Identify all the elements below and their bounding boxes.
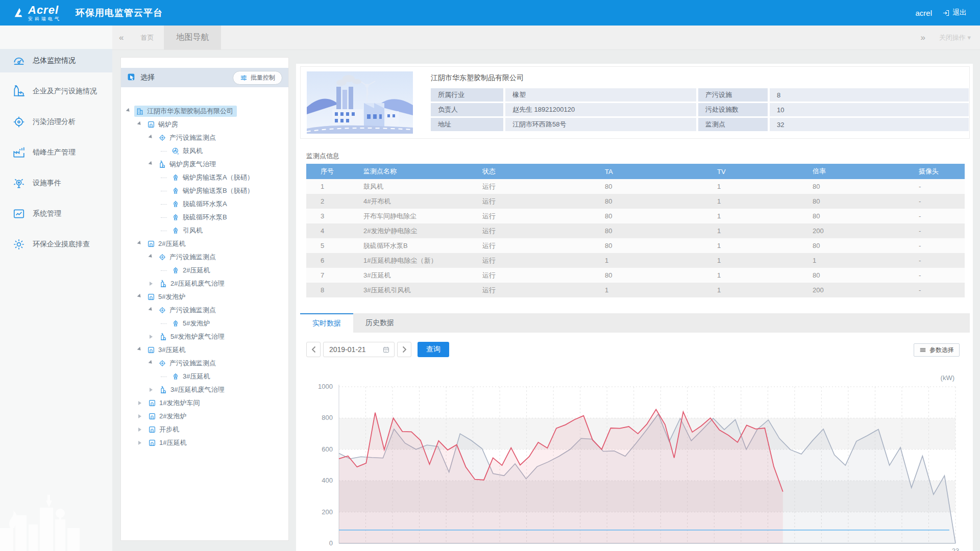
monitor-table-row[interactable]: 24#开布机运行80180- <box>306 194 965 209</box>
main-content: 江阴市华东塑胶制品有限公司 所属行业橡塑产污设施8负责人赵先生 18921200… <box>296 64 973 551</box>
sidebar-item-0[interactable]: 总体监控情况 <box>0 49 112 72</box>
user-area: acrel 退出 <box>915 8 967 17</box>
sidebar-item-label: 错峰生产管理 <box>33 148 76 157</box>
tree-node-9[interactable]: 引风机 <box>121 224 288 237</box>
tree-node-label: 脱硫循环水泵B <box>183 213 227 222</box>
expander-collapsed-icon[interactable] <box>138 401 143 405</box>
monitor-table-cell: - <box>919 194 965 209</box>
expander-expanded-icon[interactable] <box>149 161 155 168</box>
tree-node-22[interactable]: 1#发泡炉车间 <box>121 396 288 410</box>
page-title: 环保用电监管云平台 <box>76 7 163 19</box>
svg-text:0: 0 <box>329 539 333 547</box>
expander-collapsed-icon[interactable] <box>150 282 155 286</box>
tree-node-17[interactable]: 5#发泡炉废气治理 <box>121 330 288 343</box>
expander-expanded-icon[interactable] <box>137 241 144 247</box>
tree-node-0[interactable]: 江阴市华东塑胶制品有限公司 <box>121 105 288 118</box>
close-operations-dropdown[interactable]: 关闭操作 ▾ <box>939 33 971 42</box>
tree-node-19[interactable]: 产污设施监测点 <box>121 357 288 370</box>
close-operations-label: 关闭操作 <box>939 34 966 41</box>
info-label: 负责人 <box>431 103 503 116</box>
pump-icon <box>172 213 180 221</box>
username[interactable]: acrel <box>915 9 932 17</box>
scroll-tabs-right-icon[interactable]: » <box>914 33 932 43</box>
app-header: Acrel 安科瑞电气 环保用电监管云平台 acrel 退出 <box>0 0 980 26</box>
sidebar-item-6[interactable]: 环保企业摸底排查 <box>0 233 112 256</box>
tree-node-inner: 3#压延机 <box>145 344 189 356</box>
tree-node-3[interactable]: 鼓风机 <box>121 144 288 158</box>
expander-expanded-icon[interactable] <box>149 254 155 261</box>
monitor-point-icon <box>158 306 166 314</box>
sidebar-item-3[interactable]: 错峰生产管理 <box>0 141 112 164</box>
tree-node-10[interactable]: 2#压延机 <box>121 237 288 251</box>
chart-svg: 0200400600800100023 <box>302 382 973 551</box>
batch-control-button[interactable]: 批量控制 <box>233 71 282 85</box>
expander-expanded-icon[interactable] <box>137 347 144 354</box>
expander-collapsed-icon[interactable] <box>138 441 143 445</box>
company-icon <box>136 107 144 115</box>
tree-node-12[interactable]: 2#压延机 <box>121 264 288 277</box>
monitor-table-cell: 运行 <box>482 238 605 253</box>
power-line-chart: 0200400600800100023 <box>302 382 973 551</box>
tree-node-1[interactable]: 锅炉房 <box>121 118 288 131</box>
tree-node-inner: 产污设施监测点 <box>157 358 219 369</box>
expander-collapsed-icon[interactable] <box>150 388 155 392</box>
nav-tab-0[interactable]: 首页 <box>130 26 164 49</box>
nav-tab-1[interactable]: 地图导航 <box>164 26 221 49</box>
tree-node-11[interactable]: 产污设施监测点 <box>121 251 288 264</box>
expander-expanded-icon[interactable] <box>137 294 144 300</box>
monitor-table-cell: 80 <box>605 194 717 209</box>
tree-node-25[interactable]: 1#压延机 <box>121 436 288 449</box>
monitor-table-row[interactable]: 42#发泡炉静电除尘运行801200- <box>306 223 965 238</box>
prev-day-button[interactable] <box>306 342 321 357</box>
tree-node-24[interactable]: 开步机 <box>121 423 288 436</box>
expander-expanded-icon[interactable] <box>137 121 144 128</box>
expander-collapsed-icon[interactable] <box>138 414 143 418</box>
tree-node-8[interactable]: 脱硫循环水泵B <box>121 211 288 224</box>
tree-node-20[interactable]: 3#压延机 <box>121 370 288 383</box>
monitor-table-row[interactable]: 1鼓风机运行80180- <box>306 179 965 194</box>
sidebar-item-label: 设施事件 <box>33 179 61 188</box>
sidebar-item-4[interactable]: 设施事件 <box>0 171 112 195</box>
data-tab-1[interactable]: 历史数据 <box>353 313 406 333</box>
tree-node-4[interactable]: 锅炉房废气治理 <box>121 158 288 171</box>
monitor-table-row[interactable]: 83#压延机引风机运行11200- <box>306 283 965 297</box>
tree-node-13[interactable]: 2#压延机废气治理 <box>121 277 288 290</box>
expander-collapsed-icon[interactable] <box>150 335 155 339</box>
tree-node-2[interactable]: 产污设施监测点 <box>121 131 288 144</box>
scroll-tabs-left-icon[interactable]: « <box>112 33 130 43</box>
monitor-table-row[interactable]: 3开布车间静电除尘运行80180- <box>306 209 965 223</box>
logout-button[interactable]: 退出 <box>942 8 967 17</box>
monitor-table-cell: 1 <box>605 283 717 297</box>
tree-node-23[interactable]: 2#发泡炉 <box>121 410 288 423</box>
sidebar-item-5[interactable]: 系统管理 <box>0 202 112 226</box>
expander-expanded-icon[interactable] <box>126 108 133 115</box>
info-label: 所属行业 <box>431 88 503 102</box>
tree-node-inner: 鼓风机 <box>170 145 206 157</box>
tree-node-5[interactable]: 锅炉房输送泵A（脱硝） <box>121 171 288 184</box>
tree-node-inner: 5#发泡炉 <box>170 318 213 329</box>
pump-icon <box>172 200 180 208</box>
tree-node-6[interactable]: 锅炉房输送泵B（脱硝） <box>121 184 288 197</box>
monitor-table-row[interactable]: 61#压延机静电除尘（新）运行111- <box>306 253 965 268</box>
monitor-table-col: TV <box>717 164 813 179</box>
expander-expanded-icon[interactable] <box>149 135 155 141</box>
expander-collapsed-icon[interactable] <box>138 428 143 432</box>
sidebar-item-1[interactable]: 企业及产污设施情况 <box>0 80 112 103</box>
tree-node-18[interactable]: 3#压延机 <box>121 343 288 357</box>
tree-node-16[interactable]: 5#发泡炉 <box>121 317 288 330</box>
expander-expanded-icon[interactable] <box>149 307 155 314</box>
query-button[interactable]: 查询 <box>418 342 449 357</box>
date-picker-input[interactable]: 2019-01-21 <box>323 342 395 357</box>
tree-node-7[interactable]: 脱硫循环水泵A <box>121 197 288 211</box>
workshop-icon <box>148 425 156 434</box>
tree-node-15[interactable]: 产污设施监测点 <box>121 304 288 317</box>
sidebar-item-2[interactable]: 污染治理分析 <box>0 110 112 134</box>
monitor-table-row[interactable]: 5脱硫循环水泵B运行80180- <box>306 238 965 253</box>
expander-expanded-icon[interactable] <box>149 360 155 367</box>
data-tab-0[interactable]: 实时数据 <box>300 313 353 333</box>
parameter-select-button[interactable]: 参数选择 <box>914 343 960 357</box>
tree-node-21[interactable]: 3#压延机废气治理 <box>121 383 288 396</box>
next-day-button[interactable] <box>397 342 411 357</box>
tree-node-14[interactable]: 5#发泡炉 <box>121 290 288 304</box>
monitor-table-row[interactable]: 73#压延机运行80180- <box>306 268 965 283</box>
